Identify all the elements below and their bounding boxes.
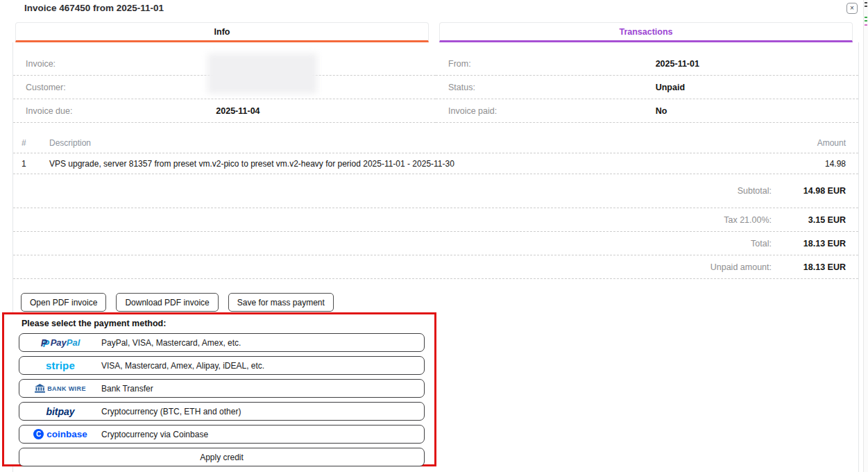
column-header-description: Description xyxy=(49,138,754,148)
detail-label: Customer: xyxy=(13,83,216,92)
total-value: 14.98 EUR xyxy=(772,186,858,196)
payment-option-description: VISA, Mastercard, Amex, Alipay, iDEAL, e… xyxy=(101,361,424,371)
scrollbar-mark xyxy=(865,24,867,26)
payment-option-coinbase[interactable]: C coinbase Cryptocurrency via Coinbase xyxy=(19,425,425,444)
total-value: 18.13 EUR xyxy=(772,239,858,248)
total-label: Total: xyxy=(751,239,772,248)
item-number: 1 xyxy=(13,159,49,169)
page-title: Invoice 467450 from 2025-11-01 xyxy=(24,3,164,13)
scrollbar-mark xyxy=(865,20,867,22)
invoice-details: Invoice: Customer: Invoice due: 2025-11-… xyxy=(13,42,858,123)
bitpay-logo-icon: bitpay xyxy=(19,406,101,417)
scrollbar-mark xyxy=(865,6,867,7)
tab-transactions-label: Transactions xyxy=(619,27,672,37)
apply-credit-button[interactable]: Apply credit xyxy=(19,448,425,466)
detail-value: No xyxy=(656,106,667,116)
paypal-p-icon: P P xyxy=(41,337,49,348)
payment-method-section: Please select the payment method: P P Pa… xyxy=(2,312,436,466)
line-items-table: # Description Amount 1 VPS upgrade, serv… xyxy=(13,133,858,174)
close-icon: × xyxy=(850,5,854,12)
bank-building-icon xyxy=(35,384,45,393)
total-row-subtotal: Subtotal: 14.98 EUR xyxy=(13,174,858,208)
detail-row-invoice-due: Invoice due: 2025-11-04 xyxy=(13,99,436,123)
detail-label: From: xyxy=(436,59,656,69)
payment-option-stripe[interactable]: stripe VISA, Mastercard, Amex, Alipay, i… xyxy=(19,356,425,375)
scrollbar-mark xyxy=(865,2,867,3)
payment-option-bitpay[interactable]: bitpay Cryptocurrency (BTC, ETH and othe… xyxy=(19,402,425,421)
coinbase-c-icon: C xyxy=(33,429,44,439)
total-row-unpaid: Unpaid amount: 18.13 EUR xyxy=(13,255,858,279)
payment-option-description: PayPal, VISA, Mastercard, Amex, etc. xyxy=(101,338,424,348)
detail-label: Status: xyxy=(436,83,656,92)
apply-credit-label: Apply credit xyxy=(200,453,244,462)
total-value: 18.13 EUR xyxy=(772,262,858,272)
scrollbar-mark xyxy=(865,17,867,18)
detail-value: 2025-11-04 xyxy=(216,106,259,116)
tab-bar: Info Transactions xyxy=(15,22,853,42)
detail-label: Invoice paid: xyxy=(436,106,656,116)
detail-row-invoice-paid: Invoice paid: No xyxy=(436,99,858,123)
item-description: VPS upgrade, server 81357 from preset vm… xyxy=(49,159,754,169)
total-label: Tax 21.00%: xyxy=(724,215,772,225)
paypal-logo-icon: P P PayPal xyxy=(19,337,101,348)
detail-label: Invoice due: xyxy=(13,106,216,116)
total-row-total: Total: 18.13 EUR xyxy=(13,232,858,255)
tab-info-label: Info xyxy=(214,27,230,37)
tab-transactions[interactable]: Transactions xyxy=(439,22,853,42)
detail-value: 2025-11-01 xyxy=(656,59,699,69)
total-label: Unpaid amount: xyxy=(710,262,772,272)
payment-option-description: Bank Transfer xyxy=(101,384,424,394)
download-pdf-invoice-button[interactable]: Download PDF invoice xyxy=(116,293,218,312)
coinbase-logo-icon: C coinbase xyxy=(19,429,101,439)
tab-info[interactable]: Info xyxy=(15,22,429,42)
detail-row-from: From: 2025-11-01 xyxy=(436,52,858,76)
total-value: 3.15 EUR xyxy=(772,215,858,225)
payment-option-bank-wire[interactable]: BANK WIRE Bank Transfer xyxy=(19,379,425,398)
invoice-actions: Open PDF invoice Download PDF invoice Sa… xyxy=(13,293,858,312)
totals-section: Subtotal: 14.98 EUR Tax 21.00%: 3.15 EUR… xyxy=(13,174,858,279)
save-for-mass-payment-button[interactable]: Save for mass payment xyxy=(228,293,334,312)
bank-wire-logo-icon: BANK WIRE xyxy=(19,384,101,393)
total-label: Subtotal: xyxy=(738,186,772,196)
detail-row-status: Status: Unpaid xyxy=(436,76,858,99)
column-header-num: # xyxy=(13,138,49,148)
table-header-row: # Description Amount xyxy=(13,133,858,153)
stripe-logo-icon: stripe xyxy=(19,360,101,371)
payment-heading: Please select the payment method: xyxy=(22,319,434,328)
redacted-customer-info xyxy=(207,53,317,94)
total-row-tax: Tax 21.00%: 3.15 EUR xyxy=(13,208,858,232)
detail-label: Invoice: xyxy=(13,59,216,69)
open-pdf-invoice-button[interactable]: Open PDF invoice xyxy=(21,293,106,312)
column-header-amount: Amount xyxy=(754,138,858,148)
status-value: Unpaid xyxy=(656,83,685,92)
item-amount: 14.98 xyxy=(754,159,858,169)
scrollbar[interactable] xyxy=(863,0,868,472)
close-button[interactable]: × xyxy=(846,3,858,14)
details-right-column: From: 2025-11-01 Status: Unpaid Invoice … xyxy=(436,52,858,123)
payment-option-paypal[interactable]: P P PayPal PayPal, VISA, Mastercard, Ame… xyxy=(19,333,425,352)
payment-option-description: Cryptocurrency (BTC, ETH and other) xyxy=(101,407,424,416)
table-row: 1 VPS upgrade, server 81357 from preset … xyxy=(13,153,858,174)
payment-option-description: Cryptocurrency via Coinbase xyxy=(101,430,424,439)
